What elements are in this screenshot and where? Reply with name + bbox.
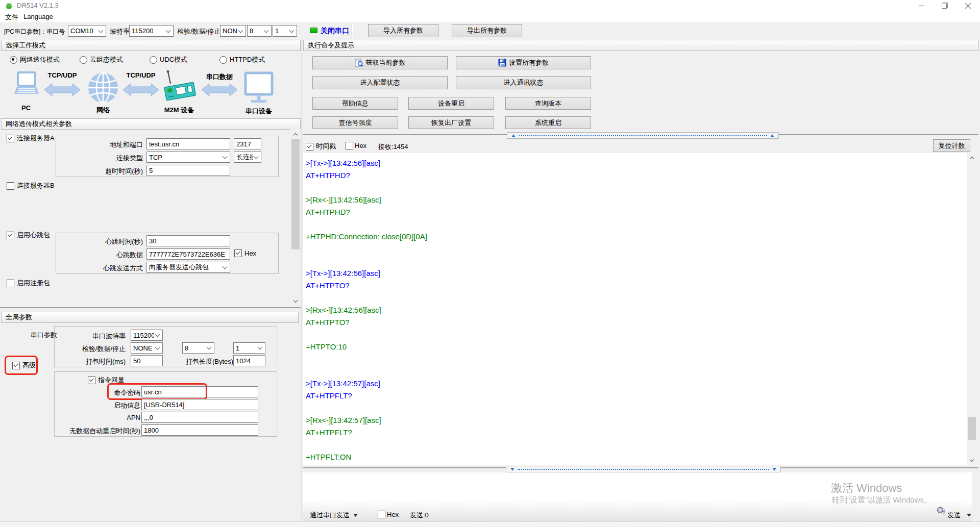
radio-dot [219, 56, 227, 64]
checkbox-box [234, 249, 242, 257]
g-parity-value: NONE [133, 344, 153, 352]
auto-restart-input[interactable]: 1800 [141, 424, 258, 436]
timeout-input[interactable]: 5 [146, 165, 230, 176]
radio-net-passthrough[interactable]: 网络透传模式 [10, 55, 60, 64]
packtime-input[interactable]: 50 [131, 355, 163, 366]
log-scrollbar-thumb[interactable] [968, 417, 976, 440]
server-a-port-input[interactable]: 2317 [234, 138, 261, 149]
scroll-up-icon[interactable] [970, 156, 974, 160]
send-button[interactable]: 发送 [947, 511, 961, 520]
scroll-down-icon[interactable] [293, 299, 298, 303]
log-line: >[Rx<-][13:42:56][asc] [306, 194, 967, 206]
send-dropdown-icon[interactable] [967, 514, 971, 517]
left-scrollbar-thumb[interactable] [291, 139, 300, 249]
system-reboot-button[interactable]: 系统重启 [505, 116, 591, 129]
heartbeat-data-label: 心跳数据 [77, 250, 143, 260]
server-a-address-input[interactable]: test.usr.cn [146, 138, 230, 149]
checkbox-advanced[interactable]: 高级 [12, 361, 36, 370]
log-line: AT+HTPFLT? [306, 390, 967, 402]
scroll-up-icon[interactable] [293, 132, 298, 136]
minimize-button[interactable] [914, 0, 929, 11]
stopbits-select[interactable]: 1 [273, 25, 297, 37]
minimize-icon [919, 3, 924, 9]
serial-device-icon [244, 71, 274, 104]
checkbox-server-a[interactable]: 连接服务器A [7, 134, 55, 143]
device-reboot-button[interactable]: 设备重启 [408, 97, 494, 110]
top-splitter[interactable] [507, 132, 779, 139]
log-area[interactable]: >[Tx->][13:42:56][asc]AT+HTPHD? >[Rx<-][… [303, 153, 967, 465]
checkbox-timestamp[interactable]: 时间戳 [306, 142, 336, 151]
g-parity-select[interactable]: NONE [131, 342, 163, 354]
heartbeat-mode-select[interactable]: 向服务器发送心跳包 [146, 262, 230, 273]
export-all-button[interactable]: 导出所有参数 [452, 24, 522, 37]
menu-item-language[interactable]: Language [23, 13, 53, 20]
menu-item-file[interactable]: 文件 [5, 13, 18, 22]
import-all-button[interactable]: 导入所有参数 [368, 24, 438, 37]
apn-label: APN [89, 414, 140, 421]
send-via-dropdown-icon[interactable] [353, 514, 358, 517]
factory-reset-button[interactable]: 恢复出厂设置 [408, 116, 494, 129]
splitter-down-icon [772, 468, 776, 471]
radio-httpd-mode[interactable]: HTTPD模式 [219, 55, 265, 64]
log-scrollbar[interactable] [967, 153, 976, 465]
scroll-down-icon[interactable] [970, 458, 974, 462]
databits-select[interactable]: 8 [247, 25, 272, 37]
set-params-button[interactable]: 设置所有参数 [456, 56, 591, 69]
packlen-label: 打包长度(Bytes) [186, 357, 232, 366]
checkbox-server-b[interactable]: 连接服务器B [7, 181, 55, 190]
help-button[interactable]: 帮助信息 [312, 97, 398, 110]
baud-select[interactable]: 115200 [129, 25, 174, 37]
splitter-up-icon [511, 134, 516, 137]
close-button[interactable] [960, 0, 975, 11]
bottom-splitter[interactable] [506, 466, 781, 472]
log-line: +HTPTO:10 [306, 341, 967, 353]
close-port-button[interactable]: 关闭串口 [321, 27, 349, 36]
enter-comm-button[interactable]: 进入通讯状态 [456, 76, 591, 89]
g-baud-select[interactable]: 115200 [131, 330, 163, 341]
com-port-value: COM10 [70, 27, 93, 35]
packlen-input[interactable]: 1024 [233, 355, 265, 366]
parity-value: NONE [223, 27, 237, 35]
apn-input[interactable]: ,,,0 [141, 412, 258, 423]
g-databits-select[interactable]: 8 [182, 342, 214, 354]
parity-select[interactable]: NONE [220, 25, 246, 37]
cmd-pwd-input[interactable]: usr.cn [141, 386, 258, 397]
checkbox-register[interactable]: 启用注册包 [7, 279, 50, 288]
checkbox-box [12, 362, 20, 369]
sent-count-label: 发送:0 [410, 511, 429, 520]
left-scrollbar[interactable] [290, 129, 301, 307]
panel-divider [302, 40, 302, 521]
radio-cloud-config[interactable]: 云组态模式 [80, 55, 123, 64]
query-signal-button[interactable]: 查信号强度 [312, 116, 398, 129]
conn-mode-value: 长连接 [236, 153, 253, 162]
com-port-select[interactable]: COM10 [68, 25, 106, 37]
boot-msg-input[interactable]: [USR-DR514] [141, 399, 258, 410]
log-line: AT+HTPFLT? [306, 426, 967, 439]
checkbox-recv-hex[interactable]: Hex [346, 142, 366, 149]
heartbeat-time-input[interactable]: 30 [146, 235, 230, 246]
get-params-button[interactable]: 获取当前参数 [312, 56, 448, 69]
heartbeat-data-input[interactable]: 7777772E7573722E636E [146, 248, 230, 260]
log-line: +HTPHD:Connection: close[0D][0A] [306, 231, 967, 243]
set-params-icon [498, 59, 506, 67]
cmd-pwd-label: 命令密码 [89, 388, 140, 397]
checkbox-heartbeat-hex[interactable]: Hex [234, 249, 256, 257]
g-stopbits-select[interactable]: 1 [233, 342, 265, 354]
checkbox-send-hex[interactable]: Hex [378, 511, 399, 518]
checkbox-label: 高级 [22, 361, 36, 370]
enter-config-button[interactable]: 进入配置状态 [312, 76, 448, 89]
restore-button[interactable] [937, 0, 952, 11]
checkbox-heartbeat[interactable]: 启用心跳包 [7, 231, 50, 240]
checkbox-box [7, 135, 14, 142]
serial-params-label: 串口参数 [31, 331, 57, 340]
link2-label: TCP/UDP [122, 71, 159, 79]
checkbox-cmd-echo[interactable]: 指令回显 [88, 375, 125, 385]
log-line: AT+HTPHD? [306, 206, 967, 218]
query-version-button[interactable]: 查询版本 [505, 97, 591, 110]
radio-udc-mode[interactable]: UDC模式 [150, 55, 187, 64]
reset-count-button[interactable]: 复位计数 [933, 139, 970, 152]
conn-type-value: TCP [149, 154, 162, 161]
conn-type-select[interactable]: TCP [146, 152, 230, 163]
conn-mode-select[interactable]: 长连接 [234, 152, 261, 163]
send-via-serial-button[interactable]: 通过串口发送 [310, 511, 350, 520]
